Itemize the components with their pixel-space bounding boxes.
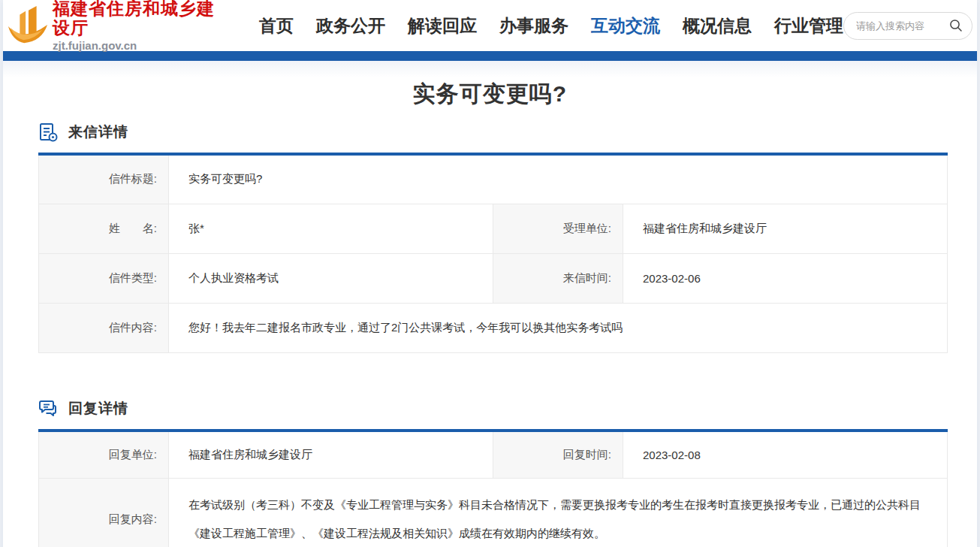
site-url: zjt.fujian.gov.cn — [53, 39, 222, 53]
table-row: 姓 名: 张* 受理单位: 福建省住房和城乡建设厅 — [39, 204, 948, 253]
letter-detail-icon — [38, 122, 59, 143]
letter-date-value: 2023-02-06 — [623, 253, 948, 303]
letter-type-value: 个人执业资格考试 — [169, 253, 493, 303]
reply-detail-icon — [38, 398, 59, 419]
letter-content-label: 信件内容: — [39, 303, 169, 352]
search-icon[interactable] — [949, 19, 963, 32]
nav-item-home[interactable]: 首页 — [259, 14, 294, 38]
search-input[interactable] — [856, 20, 949, 32]
letter-section-header: 来信详情 — [38, 120, 942, 144]
letter-detail-table: 信件标题: 实务可变更吗? 姓 名: 张* 受理单位: 福建省住房和城乡建设厅 … — [38, 153, 948, 353]
nav-item-overview[interactable]: 概况信息 — [683, 14, 752, 38]
logo-text: 福建省住房和城乡建设厅 zjt.fujian.gov.cn — [53, 0, 222, 53]
table-row: 回复内容: 在考试级别（考三科）不变及《专业工程管理与实务》科目未合格情况下，需… — [39, 479, 948, 547]
table-row: 回复单位: 福建省住房和城乡建设厅 回复时间: 2023-02-08 — [39, 431, 948, 479]
page-container: 福建省住房和城乡建设厅 zjt.fujian.gov.cn 首页 政务公开 解读… — [3, 0, 977, 547]
page-title: 实务可变更吗? — [38, 79, 942, 110]
table-row: 信件内容: 您好！我去年二建报名市政专业，通过了2门公共课考试，今年我可以换其他… — [39, 303, 948, 352]
nav-item-interpretation[interactable]: 解读回应 — [408, 14, 477, 38]
main-nav: 首页 政务公开 解读回应 办事服务 互动交流 概况信息 行业管理 — [259, 14, 843, 38]
logo-icon — [6, 4, 50, 47]
letter-section-title: 来信详情 — [68, 122, 128, 142]
site-logo[interactable]: 福建省住房和城乡建设厅 zjt.fujian.gov.cn — [6, 0, 222, 53]
nav-item-gov-info[interactable]: 政务公开 — [316, 14, 385, 38]
reply-unit-label: 回复单位: — [39, 431, 169, 479]
site-name: 福建省住房和城乡建设厅 — [53, 0, 222, 38]
letter-content-value: 您好！我去年二建报名市政专业，通过了2门公共课考试，今年我可以换其他实务考试吗 — [169, 303, 948, 352]
reply-detail-table: 回复单位: 福建省住房和城乡建设厅 回复时间: 2023-02-08 回复内容:… — [38, 429, 948, 547]
reply-content-value: 在考试级别（考三科）不变及《专业工程管理与实务》科目未合格情况下，需要更换报考专… — [169, 479, 948, 547]
reply-unit-value: 福建省住房和城乡建设厅 — [169, 431, 493, 479]
site-header: 福建省住房和城乡建设厅 zjt.fujian.gov.cn 首页 政务公开 解读… — [3, 0, 977, 51]
table-row: 信件标题: 实务可变更吗? — [39, 154, 948, 204]
reply-date-value: 2023-02-08 — [623, 431, 948, 479]
nav-item-interaction[interactable]: 互动交流 — [591, 14, 660, 38]
letter-subject-label: 信件标题: — [39, 154, 169, 204]
reply-date-label: 回复时间: — [493, 431, 623, 479]
header-fade — [3, 61, 977, 77]
reply-content-label: 回复内容: — [39, 479, 169, 547]
letter-subject-value: 实务可变更吗? — [169, 154, 948, 204]
letter-unit-label: 受理单位: — [493, 204, 623, 253]
nav-item-services[interactable]: 办事服务 — [499, 14, 568, 38]
table-row: 信件类型: 个人执业资格考试 来信时间: 2023-02-06 — [39, 253, 948, 303]
letter-date-label: 来信时间: — [493, 253, 623, 303]
reply-section-header: 回复详情 — [38, 397, 942, 421]
main-content: 实务可变更吗? 来信详情 信件标题: 实务可变更吗? 姓 名: 张* — [3, 79, 977, 547]
letter-type-label: 信件类型: — [39, 253, 169, 303]
letter-name-value: 张* — [169, 204, 493, 253]
letter-unit-value: 福建省住房和城乡建设厅 — [623, 204, 948, 253]
nav-item-industry[interactable]: 行业管理 — [774, 14, 843, 38]
reply-section-title: 回复详情 — [68, 399, 128, 419]
search-box[interactable] — [843, 12, 972, 40]
letter-name-label: 姓 名: — [39, 204, 169, 253]
